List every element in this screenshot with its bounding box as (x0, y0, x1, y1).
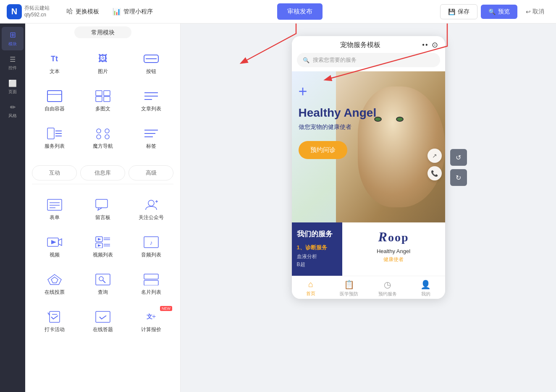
svg-line-46 (103, 280, 105, 283)
svg-rect-11 (47, 128, 54, 139)
svg-point-16 (105, 129, 109, 133)
module-item-card-list[interactable]: 名片列表 (129, 267, 173, 301)
nav-appt-label: 预约服务 (378, 291, 397, 297)
save-icon: 💾 (448, 8, 455, 15)
publish-button[interactable]: 审核发布 (277, 3, 323, 20)
share-btn[interactable]: ↗ (427, 149, 442, 163)
tab-interactive[interactable]: 互动 (32, 165, 77, 180)
tab-advanced[interactable]: 高级 (129, 165, 173, 180)
sidebar-item-page[interactable]: ⬜ 页面 (2, 76, 24, 98)
undo-float-btn[interactable]: ↺ (450, 149, 467, 166)
hero-plus-icon: + (299, 84, 377, 99)
services-right: Roop Healthy Angel 健康使者 (342, 222, 445, 276)
module-label-vote: 在线投票 (45, 289, 65, 296)
svg-marker-37 (98, 244, 101, 247)
module-item-query[interactable]: 查询 (80, 267, 125, 301)
nav-home-label: 首页 (306, 290, 315, 297)
module-item-vote[interactable]: 在线投票 (32, 267, 77, 301)
module-label-button: 按钮 (146, 68, 156, 75)
sidebar-item-style[interactable]: ✏ 风格 (2, 100, 24, 122)
phone-icon: 📞 (431, 170, 438, 177)
module-item-button[interactable]: 按钮 (129, 47, 173, 81)
module-label-video-list: 视频列表 (93, 251, 113, 259)
module-item-checkin[interactable]: 打卡活动 (32, 305, 77, 339)
module-item-video-list[interactable]: 视频列表 (80, 230, 125, 264)
chart-icon: 📊 (113, 8, 121, 16)
module-item-image[interactable]: 🖼 图片 (80, 47, 125, 81)
module-item-video[interactable]: 视频 (32, 230, 77, 264)
module-label-free-container: 自由容器 (45, 105, 65, 112)
svg-point-15 (97, 129, 101, 133)
sidebar-item-module[interactable]: ⊞ 模块 (2, 27, 24, 50)
roop-logo: Roop (378, 229, 409, 245)
module-item-service-list[interactable]: 服务列表 (32, 121, 77, 155)
search-icon: 🔍 (303, 57, 309, 63)
phone-icons: •• ⊙ (422, 40, 438, 50)
section-title: 常用模块 (74, 26, 131, 38)
module-item-tag[interactable]: 标签 (129, 121, 173, 155)
svg-point-45 (99, 277, 103, 281)
logo-text: 乔拓云建站 qty592.cn (24, 5, 50, 18)
module-item-follow[interactable]: 关注公众号 (129, 193, 173, 227)
module-label-follow: 关注公众号 (139, 214, 164, 221)
nav-mine[interactable]: 👤 我的 (407, 280, 445, 297)
preview-button[interactable]: 🔍 预览 (481, 5, 517, 19)
template-button[interactable]: 哈 更换模板 (60, 4, 106, 19)
module-item-text[interactable]: Tt 文本 (32, 47, 77, 81)
phone-search-bar[interactable]: 🔍 搜索您需要的服务 (297, 53, 440, 67)
divider (32, 184, 173, 184)
module-item-magic-nav[interactable]: 魔方导航 (80, 121, 125, 155)
redo-float-btn[interactable]: ↻ (450, 169, 467, 186)
phone-call-btn[interactable]: 📞 (427, 166, 442, 180)
button-module-icon (143, 52, 160, 65)
nav-home[interactable]: ⌂ 首页 (292, 280, 330, 297)
magic-nav-icon (94, 127, 111, 140)
brand-name: Healthy Angel (377, 248, 410, 254)
module-label-checkin: 打卡活动 (45, 326, 65, 333)
svg-rect-7 (104, 97, 110, 102)
svg-marker-43 (51, 277, 58, 283)
svg-rect-47 (144, 274, 158, 279)
new-badge: NEW (160, 306, 172, 311)
search-placeholder: 搜索您需要的服务 (313, 56, 357, 64)
appointment-button[interactable]: 预约问诊 (299, 141, 347, 159)
save-button[interactable]: 💾 保存 (440, 4, 477, 19)
template-icon: 哈 (66, 7, 73, 16)
tab-database[interactable]: 信息库 (80, 165, 125, 180)
vote-icon (46, 273, 63, 286)
module-label-query: 查询 (98, 289, 108, 296)
module-item-calc[interactable]: NEW 文÷ 计算报价 (129, 305, 173, 339)
logo: N 乔拓云建站 qty592.cn (7, 4, 50, 19)
cancel-button[interactable]: ↩ 取消 (521, 5, 549, 19)
nav-appt[interactable]: ◷ 预约服务 (368, 280, 407, 297)
module-label-tag: 标签 (146, 143, 156, 150)
dot-icon: •• (422, 41, 428, 49)
module-grid-extra: 表单 留言板 关注公众号 视频 (25, 188, 180, 344)
hero-content: + Healthy Angel 做您宠物的健康使者 预约问诊 (299, 84, 377, 159)
module-item-form[interactable]: 表单 (32, 193, 77, 227)
topbar: N 乔拓云建站 qty592.cn 哈 更换模板 📊 管理小程序 审核发布 💾 … (0, 0, 556, 24)
mini-program-button[interactable]: 📊 管理小程序 (106, 4, 160, 19)
audio-list-icon: ♪ (143, 235, 160, 249)
nav-medical[interactable]: 📋 医学预防 (330, 280, 368, 297)
module-item-multi-image[interactable]: 多图文 (80, 84, 125, 118)
module-label-multi-image: 多图文 (95, 105, 110, 112)
sidebar-item-label: 页面 (8, 89, 17, 95)
services-title: 我们的服务 (297, 229, 337, 239)
module-item-quiz[interactable]: 在线答题 (80, 305, 125, 339)
brand-sub: 健康使者 (383, 256, 404, 263)
svg-rect-49 (50, 311, 60, 322)
calc-icon: 文÷ (143, 310, 160, 324)
main-layout: ⊞ 模块 ☰ 控件 ⬜ 页面 ✏ 风格 常用模块 Tt 文本 🖼 (0, 24, 556, 392)
module-item-comment[interactable]: 留言板 (80, 193, 125, 227)
module-item-audio-list[interactable]: ♪ 音频列表 (129, 230, 173, 264)
module-label-quiz: 在线答题 (93, 326, 113, 333)
sidebar-item-control[interactable]: ☰ 控件 (2, 52, 24, 74)
svg-rect-4 (96, 91, 102, 96)
module-icon: ⊞ (10, 30, 16, 39)
module-item-article-list[interactable]: 文章列表 (129, 84, 173, 118)
module-label-text: 文本 (50, 68, 60, 75)
user-icon: 👤 (420, 280, 431, 290)
module-panel: 常用模块 Tt 文本 🖼 图片 按钮 自由容器 (25, 24, 181, 392)
module-item-free-container[interactable]: 自由容器 (32, 84, 77, 118)
